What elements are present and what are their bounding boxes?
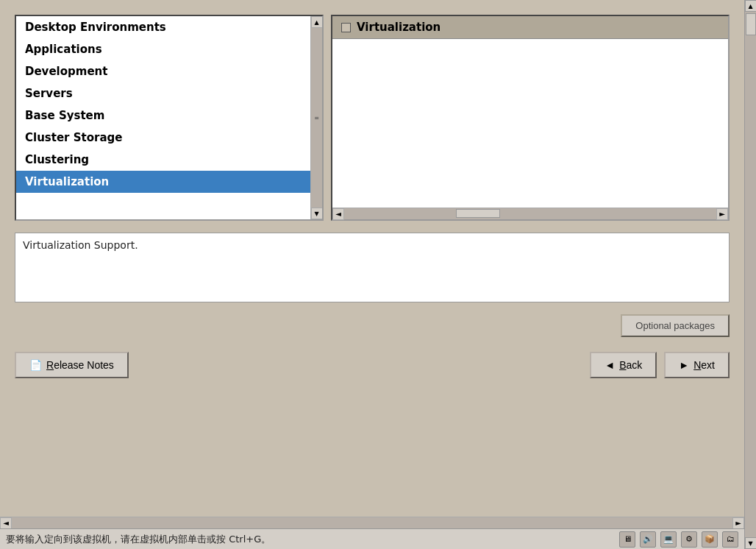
status-text: 要将输入定向到该虚拟机，请在虚拟机内部单击或按 Ctrl+G。 bbox=[6, 533, 271, 546]
back-label: Back bbox=[619, 359, 642, 371]
pkg-arrow-right-icon bbox=[719, 210, 725, 218]
scroll-down-btn[interactable] bbox=[745, 537, 757, 549]
optional-packages-button[interactable]: Optional packages bbox=[621, 314, 730, 337]
nav-buttons: ◄ Back ► Next bbox=[590, 352, 730, 378]
release-notes-button[interactable]: 📄 Release Notes bbox=[15, 352, 129, 378]
optional-row: Optional packages bbox=[15, 314, 730, 337]
category-item-desktop[interactable]: Desktop Environments bbox=[16, 16, 310, 38]
category-list: Desktop Environments Applications Develo… bbox=[16, 16, 310, 219]
packages-header: Virtualization bbox=[332, 16, 728, 39]
status-icon-6: 🗂 bbox=[722, 531, 738, 548]
next-icon: ► bbox=[679, 359, 689, 371]
category-item-clustering[interactable]: Clustering bbox=[16, 149, 310, 171]
list-scroll-down-btn[interactable] bbox=[311, 208, 323, 219]
scroll-mid-indicator: ≡ bbox=[314, 115, 319, 121]
bottom-scroll-track bbox=[12, 517, 732, 528]
list-arrow-down-icon bbox=[314, 210, 318, 217]
scroll-thumb[interactable] bbox=[746, 13, 756, 35]
bottom-scroll-left-btn[interactable] bbox=[0, 517, 12, 529]
status-bar: 要将输入定向到该虚拟机，请在虚拟机内部单击或按 Ctrl+G。 🖥 🔊 💻 ⚙ … bbox=[0, 528, 744, 549]
packages-panel: Virtualization bbox=[331, 15, 730, 221]
back-button[interactable]: ◄ Back bbox=[590, 352, 657, 378]
window-chrome: Desktop Environments Applications Develo… bbox=[0, 0, 756, 549]
status-icon-3: 💻 bbox=[660, 531, 677, 548]
list-scrollbar[interactable]: ≡ bbox=[310, 16, 322, 219]
category-item-servers[interactable]: Servers bbox=[16, 82, 310, 105]
pkg-scroll-thumb[interactable] bbox=[456, 209, 500, 218]
release-notes-icon: 📄 bbox=[29, 359, 42, 371]
pkg-scroll-left-btn[interactable] bbox=[332, 208, 344, 220]
packages-content bbox=[332, 39, 728, 208]
bottom-arrow-left-icon bbox=[3, 519, 9, 527]
description-box: Virtualization Support. bbox=[15, 233, 730, 302]
release-notes-label: Release Notes bbox=[46, 359, 114, 371]
list-arrow-up-icon bbox=[314, 19, 318, 26]
category-item-base[interactable]: Base System bbox=[16, 105, 310, 127]
category-item-applications[interactable]: Applications bbox=[16, 38, 310, 60]
description-text: Virtualization Support. bbox=[23, 239, 138, 251]
scroll-up-btn[interactable] bbox=[745, 0, 757, 12]
category-item-cluster-storage[interactable]: Cluster Storage bbox=[16, 127, 310, 149]
next-label: Next bbox=[693, 359, 715, 371]
status-icons: 🖥 🔊 💻 ⚙ 📦 🗂 bbox=[619, 531, 738, 548]
panels-row: Desktop Environments Applications Develo… bbox=[15, 15, 730, 221]
category-list-container: Desktop Environments Applications Develo… bbox=[15, 15, 324, 221]
scroll-track bbox=[745, 12, 756, 537]
packages-checkbox[interactable] bbox=[341, 23, 351, 32]
arrow-down-icon bbox=[748, 539, 752, 547]
packages-hscroll[interactable] bbox=[332, 208, 728, 219]
pkg-arrow-left-icon bbox=[335, 210, 341, 218]
status-icon-2: 🔊 bbox=[640, 531, 656, 548]
status-icon-1: 🖥 bbox=[619, 531, 635, 548]
pkg-scroll-track bbox=[344, 208, 716, 219]
arrow-up-icon bbox=[748, 2, 752, 10]
pkg-scroll-right-btn[interactable] bbox=[716, 208, 728, 220]
list-scroll-up-btn[interactable] bbox=[311, 16, 323, 28]
category-item-development[interactable]: Development bbox=[16, 60, 310, 82]
bottom-scroll-right-btn[interactable] bbox=[732, 517, 744, 529]
main-content: Desktop Environments Applications Develo… bbox=[0, 0, 744, 549]
category-item-virtualization[interactable]: Virtualization bbox=[16, 171, 310, 193]
next-button[interactable]: ► Next bbox=[664, 352, 730, 378]
status-icon-5: 📦 bbox=[702, 531, 718, 548]
packages-title: Virtualization bbox=[357, 21, 441, 34]
list-scroll-track: ≡ bbox=[311, 28, 322, 208]
back-icon: ◄ bbox=[605, 359, 615, 371]
bottom-bar: 📄 Release Notes ◄ Back ► Next bbox=[15, 352, 730, 378]
right-scrollbar[interactable] bbox=[744, 0, 756, 549]
bottom-arrow-right-icon bbox=[735, 519, 741, 527]
bottom-hscroll[interactable] bbox=[0, 517, 744, 528]
status-icon-4: ⚙ bbox=[681, 531, 697, 548]
